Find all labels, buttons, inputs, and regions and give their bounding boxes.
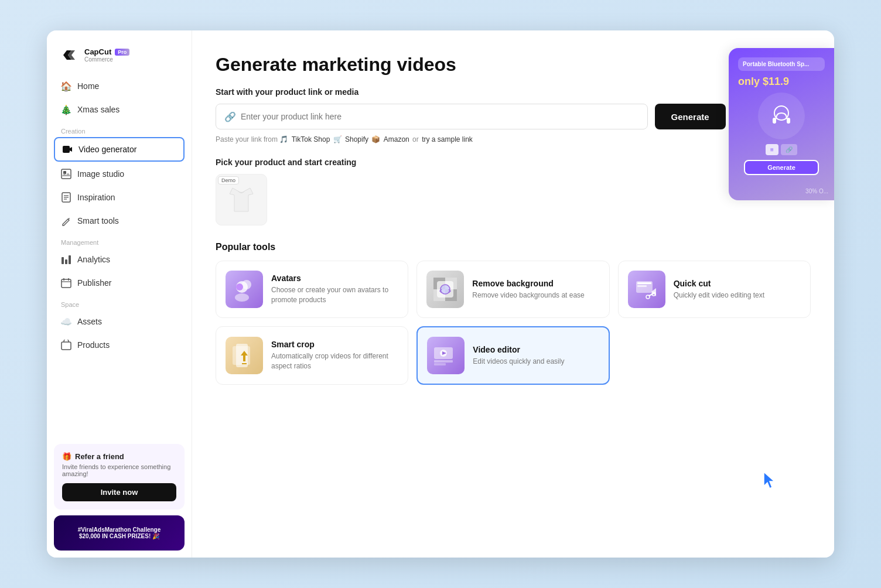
sidebar-item-publisher[interactable]: Publisher	[54, 272, 185, 294]
panel-generate-btn[interactable]: Generate	[744, 160, 819, 175]
svg-point-19	[236, 283, 243, 290]
panel-controls: ≡ 🔗	[738, 144, 825, 155]
refer-card-title: 🎁 Refer a friend	[62, 452, 176, 461]
smart-crop-icon-wrap	[226, 337, 263, 374]
svg-rect-1	[63, 146, 70, 153]
link-icon: 🔗	[224, 111, 236, 122]
svg-rect-36	[434, 363, 446, 365]
sidebar-item-assets[interactable]: ☁️ Assets	[54, 310, 185, 333]
sidebar-item-inspiration[interactable]: Inspiration	[54, 186, 185, 208]
demo-badge: Demo	[218, 176, 239, 184]
sidebar-item-products-label: Products	[77, 340, 110, 350]
smart-crop-icon	[230, 341, 258, 370]
shirt-illustration	[224, 182, 259, 217]
sidebar-item-publisher-label: Publisher	[77, 278, 111, 288]
or-hint: or	[412, 135, 421, 143]
invite-now-button[interactable]: Invite now	[62, 483, 176, 501]
paste-hint: Paste your link from 🎵 TikTok Shop 🛒 Sho…	[216, 135, 811, 143]
avatars-info: Avatars Choose or create your own avatar…	[271, 274, 398, 305]
svg-rect-3	[63, 171, 66, 174]
video-editor-name: Video editor	[473, 345, 564, 354]
avatars-icon	[230, 275, 258, 303]
amazon-link[interactable]: Amazon	[384, 135, 409, 143]
paste-hint-text: Paste your link from	[216, 135, 278, 143]
promo-text: #ViralAdsMarathon Challenge $20,000 IN C…	[78, 527, 161, 539]
tool-card-quick-cut[interactable]: Quick cut Quickly edit video editing tex…	[618, 261, 811, 318]
products-icon	[61, 340, 71, 350]
image-studio-icon	[61, 169, 71, 179]
video-editor-info: Video editor Edit videos quickly and eas…	[473, 345, 564, 367]
svg-rect-27	[637, 282, 651, 284]
panel-text-btn: ≡	[766, 144, 778, 155]
avatars-icon-wrap	[226, 271, 263, 308]
logo-sub-text: Commerce	[84, 56, 129, 63]
sidebar-bottom: 🎁 Refer a friend Invite friends to exper…	[47, 437, 192, 558]
sidebar-item-analytics[interactable]: Analytics	[54, 248, 185, 271]
remove-bg-info: Remove background Remove video backgroun…	[472, 279, 584, 300]
product-grid: Demo	[216, 174, 811, 225]
svg-rect-15	[62, 342, 71, 350]
svg-point-29	[646, 295, 650, 299]
sidebar-item-smart-tools[interactable]: Smart tools	[54, 210, 185, 232]
svg-rect-2	[62, 169, 71, 179]
right-panel: Portable Bluetooth Sp... only $11.9 ≡ 🔗 …	[729, 48, 834, 200]
sidebar-item-home[interactable]: 🏠 Home	[54, 75, 185, 97]
tools-section-title: Popular tools	[216, 242, 811, 252]
tool-card-video-editor[interactable]: Video editor Edit videos quickly and eas…	[416, 326, 609, 385]
svg-rect-35	[434, 360, 453, 363]
panel-product-tag: Portable Bluetooth Sp...	[738, 57, 825, 71]
remove-bg-desc: Remove video backgrounds at ease	[472, 290, 584, 300]
sidebar-item-video-generator[interactable]: Video generator	[54, 137, 185, 162]
promo-card[interactable]: #ViralAdsMarathon Challenge $20,000 IN C…	[54, 515, 185, 551]
smart-crop-desc: Automatically crop videos for different …	[271, 351, 398, 371]
tiktok-shop-link[interactable]: TikTok Shop	[292, 135, 330, 143]
video-editor-icon-wrap	[427, 337, 465, 374]
tools-grid: Avatars Choose or create your own avatar…	[216, 261, 811, 385]
cursor-indicator	[760, 470, 781, 493]
sample-link[interactable]: try a sample link	[422, 135, 473, 143]
analytics-icon	[61, 254, 71, 265]
quick-cut-name: Quick cut	[674, 279, 764, 288]
panel-discount: 30% O...	[805, 188, 828, 194]
sidebar-item-home-label: Home	[77, 81, 99, 91]
sidebar-item-analytics-label: Analytics	[77, 255, 110, 264]
svg-point-25	[440, 285, 450, 294]
svg-rect-9	[65, 259, 67, 264]
page-title: Generate marketing videos	[216, 54, 811, 76]
tiktok-icon: 🎵	[279, 135, 288, 143]
shopify-link[interactable]: Shopify	[345, 135, 368, 143]
url-input-wrap[interactable]: 🔗	[216, 104, 648, 129]
svg-point-18	[235, 293, 249, 302]
generate-button[interactable]: Generate	[655, 104, 726, 129]
sidebar-item-image-studio[interactable]: Image studio	[54, 163, 185, 185]
tool-card-smart-crop[interactable]: Smart crop Automatically crop videos for…	[216, 326, 408, 385]
cursor-arrow-icon	[760, 470, 781, 491]
tool-card-avatars[interactable]: Avatars Choose or create your own avatar…	[216, 261, 408, 318]
product-card[interactable]: Demo	[216, 174, 267, 225]
smart-crop-info: Smart crop Automatically crop videos for…	[271, 340, 398, 371]
amazon-icon: 📦	[371, 135, 380, 143]
gift-icon: 🎁	[62, 452, 71, 461]
product-link-input[interactable]	[241, 112, 639, 121]
sidebar-item-xmas[interactable]: 🎄 Xmas sales	[54, 98, 185, 121]
sidebar-item-products[interactable]: Products	[54, 334, 185, 356]
right-panel-content: Portable Bluetooth Sp... only $11.9 ≡ 🔗 …	[729, 48, 834, 200]
sidebar-item-xmas-label: Xmas sales	[77, 105, 119, 114]
tool-card-remove-background[interactable]: Remove background Remove video backgroun…	[416, 261, 609, 318]
home-icon: 🏠	[61, 81, 71, 91]
sidebar-item-assets-label: Assets	[77, 317, 102, 326]
management-section-label: Management	[54, 233, 185, 248]
product-section-label: Pick your product and start creating	[216, 158, 811, 167]
assets-icon: ☁️	[61, 316, 71, 327]
smart-tools-icon	[61, 216, 71, 226]
video-generator-icon	[62, 144, 73, 155]
capcut-logo-icon	[59, 45, 80, 66]
svg-rect-11	[62, 279, 71, 288]
space-section-label: Space	[54, 295, 185, 310]
refer-card: 🎁 Refer a friend Invite friends to exper…	[54, 444, 185, 510]
panel-price: only $11.9	[738, 76, 825, 88]
refer-card-desc: Invite friends to experience something a…	[62, 463, 176, 477]
input-row: 🔗 Generate or Add media	[216, 104, 811, 129]
remove-bg-icon-wrap	[426, 271, 464, 308]
pro-badge: Pro	[115, 49, 129, 56]
